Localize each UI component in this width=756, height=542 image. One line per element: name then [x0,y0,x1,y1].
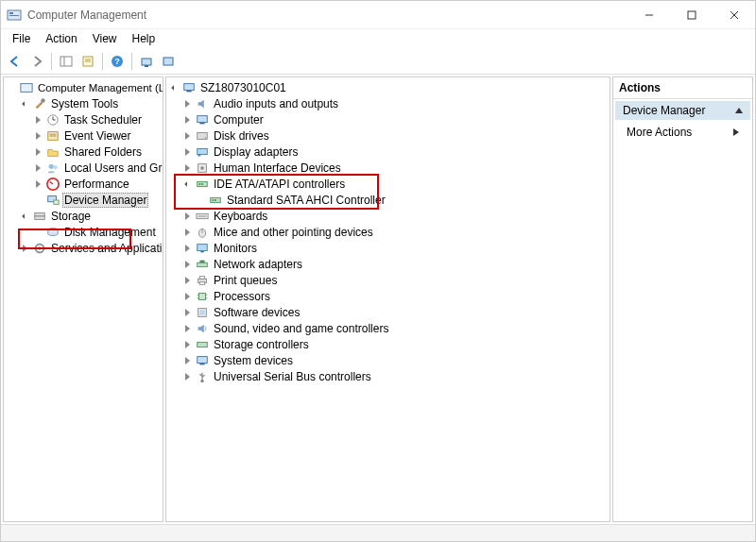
svg-rect-69 [199,310,204,314]
usb-icon [195,369,210,384]
hid-icon [195,161,210,176]
arrow-collapsed-icon[interactable] [19,243,30,254]
svg-point-18 [41,98,44,102]
svg-point-35 [38,246,42,250]
arrow-collapsed-icon[interactable] [181,98,193,110]
arrow-expanded-icon[interactable] [19,211,30,222]
menu-help[interactable]: Help [125,30,163,47]
device-processors[interactable]: Processors [166,288,610,304]
actions-panel: Actions Device Manager More Actions [612,76,753,522]
tree-device-manager[interactable]: Device Manager [4,192,163,208]
tree-services-apps[interactable]: Services and Applications [4,240,163,256]
collapse-arrow-icon [735,108,743,113]
scan-hardware-button[interactable] [136,51,157,72]
arrow-collapsed-icon[interactable] [181,355,193,366]
device-display[interactable]: Display adapters [166,144,610,160]
tree-task-scheduler[interactable]: Task Scheduler [4,111,163,127]
device-software[interactable]: Software devices [166,304,610,320]
device-keyboards[interactable]: Keyboards [166,208,610,224]
device-network[interactable]: Network adapters [166,256,610,272]
close-button[interactable] [713,1,755,29]
arrow-collapsed-icon[interactable] [32,114,43,126]
scope-tree-panel[interactable]: Computer Management (Local) System Tools… [3,76,163,522]
arrow-collapsed-icon[interactable] [181,162,193,174]
arrow-collapsed-icon[interactable] [32,146,43,158]
help-button[interactable]: ? [107,51,128,72]
tree-storage[interactable]: Storage [4,208,163,224]
device-computer[interactable]: Computer [166,111,610,127]
device-disk[interactable]: Disk drives [166,127,610,144]
tree-label: Disk Management [62,226,158,239]
tree-label: Storage [49,210,93,223]
forward-button[interactable] [26,51,47,72]
services-icon [32,241,47,256]
device-sound[interactable]: Sound, video and game controllers [166,320,610,336]
svg-point-25 [49,163,54,168]
arrow-expanded-icon[interactable] [168,82,180,93]
tree-label: Task Scheduler [62,113,144,127]
device-root[interactable]: SZ18073010C01 [166,79,610,95]
actions-section-device-manager[interactable]: Device Manager [615,101,750,120]
arrow-collapsed-icon[interactable] [181,291,193,302]
arrow-collapsed-icon[interactable] [32,178,43,190]
maximize-button[interactable] [670,1,713,29]
arrow-collapsed-icon[interactable] [181,259,193,270]
tree-label: Local Users and Groups [62,161,163,175]
device-label: Network adapters [212,258,304,271]
tree-performance[interactable]: Performance [4,176,163,192]
device-label: Sound, video and game controllers [212,322,390,335]
device-monitors[interactable]: Monitors [166,240,610,256]
device-mice[interactable]: Mice and other pointing devices [166,224,610,240]
device-hid[interactable]: Human Interface Devices [166,160,610,176]
device-usb[interactable]: Universal Serial Bus controllers [166,368,610,384]
device-audio[interactable]: Audio inputs and outputs [166,95,610,111]
svg-rect-31 [35,212,45,216]
arrow-collapsed-icon[interactable] [181,275,193,286]
device-ide[interactable]: IDE ATA/ATAPI controllers [166,176,610,192]
devices-button[interactable] [158,51,179,72]
toolbar: ? [1,48,755,75]
show-hide-tree-button[interactable] [56,51,77,72]
tree-event-viewer[interactable]: Event Viewer [4,127,163,144]
device-tree-panel[interactable]: SZ18073010C01 Audio inputs and outputs C… [165,76,610,522]
arrow-collapsed-icon[interactable] [181,243,193,254]
arrow-collapsed-icon[interactable] [181,323,193,334]
device-print[interactable]: Print queues [166,272,610,288]
menu-action[interactable]: Action [38,30,84,47]
arrow-collapsed-icon[interactable] [181,146,193,158]
arrow-collapsed-icon[interactable] [181,130,193,142]
arrow-expanded-icon[interactable] [19,98,30,110]
menu-file[interactable]: File [5,30,38,47]
back-button[interactable] [5,51,26,72]
arrow-collapsed-icon[interactable] [181,211,193,222]
arrow-collapsed-icon[interactable] [181,114,193,126]
actions-more[interactable]: More Actions [613,122,752,143]
device-storage-controllers[interactable]: Storage controllers [166,336,610,352]
tree-root-computer-management[interactable]: Computer Management (Local) [4,79,163,95]
svg-rect-61 [199,276,204,279]
tree-local-users[interactable]: Local Users and Groups [4,160,163,176]
tree-system-tools[interactable]: System Tools [4,95,163,111]
device-system[interactable]: System devices [166,352,610,368]
tree-shared-folders[interactable]: Shared Folders [4,144,163,160]
arrow-expanded-icon[interactable] [181,178,193,190]
minimize-button[interactable] [627,1,670,29]
arrow-collapsed-icon[interactable] [32,162,43,174]
device-sata-controller[interactable]: Standard SATA AHCI Controller [166,192,610,208]
menu-view[interactable]: View [85,30,125,47]
device-label: Human Interface Devices [212,161,343,175]
tree-disk-management[interactable]: Disk Management [4,224,163,240]
users-icon [45,161,60,176]
svg-rect-14 [142,59,151,65]
svg-rect-30 [54,200,59,204]
arrow-collapsed-icon[interactable] [181,339,193,350]
svg-rect-56 [198,244,208,250]
arrow-collapsed-icon[interactable] [181,307,193,318]
properties-button[interactable] [77,51,98,72]
arrow-collapsed-icon[interactable] [181,371,193,382]
arrow-collapsed-icon[interactable] [181,227,193,238]
device-label: Standard SATA AHCI Controller [225,194,387,207]
tree-label: Device Manager [62,193,148,208]
arrow-collapsed-icon[interactable] [32,130,43,142]
device-manager-icon [45,193,60,208]
